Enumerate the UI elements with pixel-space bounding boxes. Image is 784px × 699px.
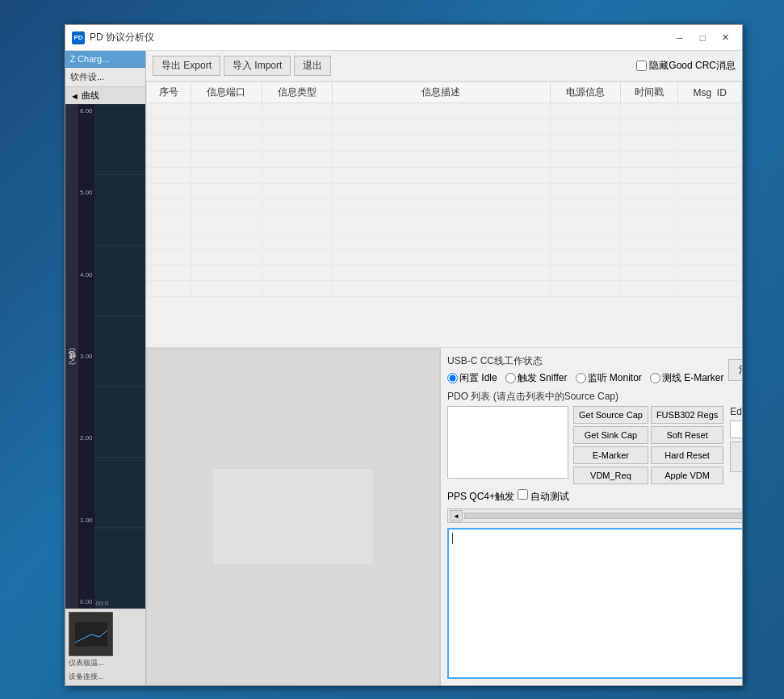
- radio-monitor-label: 监听 Monitor: [588, 371, 642, 385]
- cursor: [452, 533, 453, 544]
- image-panel-1: 仪表核温...: [69, 612, 142, 668]
- col-seq: 序号: [147, 82, 191, 103]
- hide-crc-text: 隐藏Good CRC消息: [649, 59, 736, 73]
- radio-sniffer[interactable]: 触发 Sniffer: [505, 371, 568, 385]
- table-header: 序号 信息端口 信息类型 信息描述 电源信息 时间戳 Msg ID: [147, 82, 742, 103]
- table-row: [147, 152, 742, 168]
- col-time: 时间戳: [621, 82, 678, 103]
- radio-monitor[interactable]: 监听 Monitor: [576, 371, 642, 385]
- sidebar-tab-settings-label: 软件设...: [70, 72, 104, 82]
- hard-reset-button[interactable]: Hard Reset: [651, 446, 723, 464]
- cc-status-label: USB-C CC线工作状态: [447, 354, 718, 368]
- close-button[interactable]: ✕: [715, 30, 736, 46]
- vdm-input[interactable]: [730, 421, 742, 438]
- image-placeholder: [146, 348, 440, 685]
- exit-button[interactable]: 退出: [294, 56, 331, 76]
- radio-idle-input[interactable]: [447, 373, 458, 383]
- pdo-left: Get Source Cap FUSB302 Regs Get Sink Cap…: [447, 406, 723, 484]
- vdm-section: Edit VDM Send VDM: [730, 406, 742, 472]
- col-msgid: Msg ID: [678, 82, 742, 103]
- radio-idle[interactable]: 闲置 Idle: [447, 371, 497, 385]
- chart-svg: [94, 104, 145, 609]
- table-row: [147, 281, 742, 297]
- emarker-button[interactable]: E-Marker: [573, 446, 648, 464]
- fusb302-regs-button[interactable]: FUSB302 Regs: [651, 406, 723, 424]
- pdo-section: PDO 列表 (请点击列表中的Source Cap) Get Source Ca…: [447, 390, 742, 484]
- text-output[interactable]: [447, 528, 742, 679]
- x-axis-label: 00:0: [96, 600, 109, 607]
- sidebar-arrow-btn[interactable]: ◄ 曲线: [65, 87, 145, 104]
- soft-reset-button[interactable]: Soft Reset: [651, 426, 723, 444]
- export-button[interactable]: 导出 Export: [153, 56, 220, 76]
- pdo-content: Get Source Cap FUSB302 Regs Get Sink Cap…: [447, 406, 723, 484]
- table-row: [147, 168, 742, 184]
- table-row: [147, 119, 742, 136]
- col-port: 信息端口: [191, 82, 262, 103]
- y-val-6: 6.00: [80, 107, 93, 115]
- col-desc: 信息描述: [333, 82, 550, 103]
- chart-grid: 00:0: [94, 104, 145, 609]
- y-val-2: 2.00: [80, 434, 93, 442]
- col-power: 电源信息: [550, 82, 621, 103]
- temp-chart-icon: [75, 622, 107, 647]
- y-val-4: 4.00: [80, 271, 93, 278]
- send-vdm-button[interactable]: Send VDM: [730, 442, 742, 472]
- bottom-control-panel: USB-C CC线工作状态 闲置 Idle 触发 Sniffer: [146, 348, 742, 685]
- radio-emarker-input[interactable]: [650, 373, 660, 383]
- right-control-panel: USB-C CC线工作状态 闲置 Idle 触发 Sniffer: [441, 348, 742, 685]
- table-scroll-area[interactable]: 序号 信息端口 信息类型 信息描述 电源信息 时间戳 Msg ID: [146, 82, 742, 348]
- table-row: [147, 184, 742, 200]
- chart-preview-icon: [212, 468, 374, 565]
- radio-sniffer-input[interactable]: [505, 373, 516, 383]
- vdm-req-button[interactable]: VDM_Req: [573, 467, 648, 484]
- pdo-vdm-row: Get Source Cap FUSB302 Regs Get Sink Cap…: [447, 406, 742, 484]
- cc-status-inner: USB-C CC线工作状态 闲置 Idle 触发 Sniffer: [447, 354, 724, 385]
- left-sidebar: Z Charg... 软件设... ◄ 曲线 代线(Volt) 6.00: [65, 51, 146, 685]
- radio-emarker-label: 测线 E-Marker: [662, 371, 724, 385]
- sidebar-tab-charge[interactable]: Z Charg...: [65, 51, 145, 68]
- radio-emarker[interactable]: 测线 E-Marker: [650, 371, 724, 385]
- scroll-left-btn[interactable]: ◄: [450, 510, 463, 521]
- curve-label: 曲线: [82, 90, 99, 102]
- get-sink-cap-button[interactable]: Get Sink Cap: [573, 426, 648, 444]
- main-window: PD PD 协议分析仪 ─ □ ✕ Z Charg... 软件设... ◄: [65, 24, 743, 686]
- window-icon: PD: [72, 31, 85, 44]
- table-row: [147, 103, 742, 119]
- radio-sniffer-label: 触发 Sniffer: [518, 371, 568, 385]
- clear-button[interactable]: 清空 Clear: [728, 359, 742, 381]
- toolbar-right: 隐藏Good CRC消息: [636, 59, 736, 73]
- minimize-button[interactable]: ─: [669, 30, 690, 46]
- hide-crc-label[interactable]: 隐藏Good CRC消息: [636, 59, 736, 73]
- table-row: [147, 136, 742, 152]
- get-source-cap-button[interactable]: Get Source Cap: [573, 406, 648, 424]
- data-table: 序号 信息端口 信息类型 信息描述 电源信息 时间戳 Msg ID: [146, 82, 742, 297]
- window-title: PD 协议分析仪: [90, 31, 154, 44]
- text-output-container: ▲ ▼: [447, 528, 742, 679]
- y-axis-container: 代线(Volt): [65, 104, 78, 609]
- radio-idle-label: 闲置 Idle: [459, 371, 497, 385]
- main-body: Z Charg... 软件设... ◄ 曲线 代线(Volt) 6.00: [65, 51, 742, 685]
- import-button[interactable]: 导入 Import: [224, 56, 291, 76]
- y-val-1: 1.00: [80, 517, 93, 524]
- pdo-label: PDO 列表 (请点击列表中的Source Cap): [447, 390, 742, 404]
- auto-test-label[interactable]: 自动测试: [518, 489, 569, 504]
- pdo-list[interactable]: [447, 406, 568, 479]
- y-axis-values: 6.00 5.00 4.00 3.00 2.00 1.00 0.00: [78, 104, 94, 609]
- table-row: [147, 200, 742, 216]
- pps-row: PPS QC4+触发 自动测试: [447, 489, 742, 504]
- toolbar-left: 导出 Export 导入 Import 退出: [153, 56, 331, 76]
- pdo-buttons: Get Source Cap FUSB302 Regs Get Sink Cap…: [573, 406, 723, 484]
- auto-test-checkbox[interactable]: [518, 489, 528, 500]
- title-bar: PD PD 协议分析仪 ─ □ ✕: [65, 25, 742, 51]
- apple-vdm-button[interactable]: Apple VDM: [651, 467, 723, 484]
- scroll-track[interactable]: [464, 513, 742, 519]
- scroll-bar-area[interactable]: ◄ ►: [447, 509, 742, 523]
- radio-monitor-input[interactable]: [576, 373, 586, 383]
- table-body: [147, 103, 742, 297]
- device-image-label: 设备连接...: [69, 672, 104, 682]
- hide-crc-checkbox[interactable]: [636, 61, 647, 71]
- maximize-button[interactable]: □: [692, 30, 713, 46]
- table-row: [147, 265, 742, 281]
- sidebar-tab-settings[interactable]: 软件设...: [65, 68, 145, 87]
- col-type: 信息类型: [262, 82, 333, 103]
